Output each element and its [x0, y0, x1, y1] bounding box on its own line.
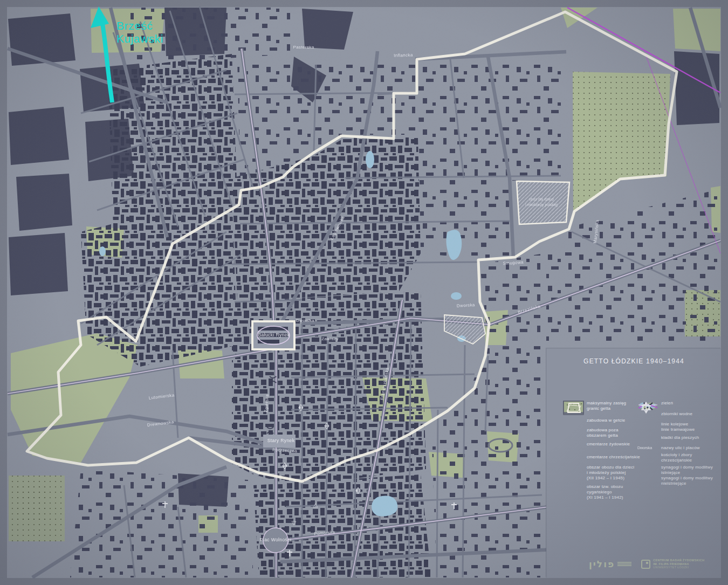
legend-item-synagogues-existing: synagogi i domy modlitwy istniejące: [637, 465, 724, 476]
legend-item-christian-cemeteries: cmentarze chrześcijańskie: [563, 455, 644, 460]
legend-item-jewish-cemeteries: cmentarze żydowskie: [563, 442, 644, 447]
legend-item-children-camp: obszar obozu dla dzieci i młodzieży pols…: [563, 465, 644, 481]
legend-logos: פולין CENTRUM BADAŃ ŻYDOWSKICH IM. FILIP…: [589, 559, 704, 569]
legend-item-buildings-in-ghetto: zabudowa w getcie: [563, 418, 644, 423]
legend-item-railways: linie kolejowe: [637, 422, 724, 427]
direction-label-line2: Kujawski: [116, 32, 163, 45]
polin-logo-text-bars: [617, 561, 631, 567]
legend-item-churches: kościoły i zbory chrześcijańskie: [637, 452, 724, 463]
legend-item-tramways: linie tramwajowe: [637, 427, 724, 432]
legend-panel: GETTO ŁÓDZKIE 1940–1944 maksymalny zasię…: [546, 348, 721, 578]
legend-item-buildings-outside: zabudowa poza obszarem getta: [563, 428, 644, 438]
polin-logo-glyphs: פולין: [589, 559, 615, 569]
legend-right-column: zieleń zbiorniki wodne linie kolejowe li…: [637, 401, 724, 486]
direction-label: Brześć Kujawski: [116, 19, 163, 45]
map-sheet: ZgierskaŁagiewnickaFranciszkańskaLutomie…: [0, 0, 728, 585]
polin-museum-logo: פולין: [589, 559, 631, 569]
legend-item-street-names: Dworska nazwy ulic i placów: [637, 445, 724, 451]
legend-left-column: maksymalny zasięg granic getta zabudowa …: [563, 401, 644, 500]
research-center-icon: [641, 560, 650, 569]
legend-item-footbridges: kładki dla pieszych: [637, 435, 724, 441]
legend-title: GETTO ŁÓDZKIE 1940–1944: [547, 357, 721, 365]
direction-label-line1: Brześć: [116, 19, 163, 32]
legend-item-synagogues-former: synagogi i domy modlitwy nieistniejące: [637, 476, 724, 486]
street-name-sample: Dworska: [637, 445, 661, 450]
legend-item-gypsy-camp: obszar tzw. obozu cygańskiego (XI 1941 –…: [563, 484, 644, 500]
jewish-research-center-logo: CENTRUM BADAŃ ŻYDOWSKICH IM. FILIPA FRIE…: [641, 559, 704, 569]
